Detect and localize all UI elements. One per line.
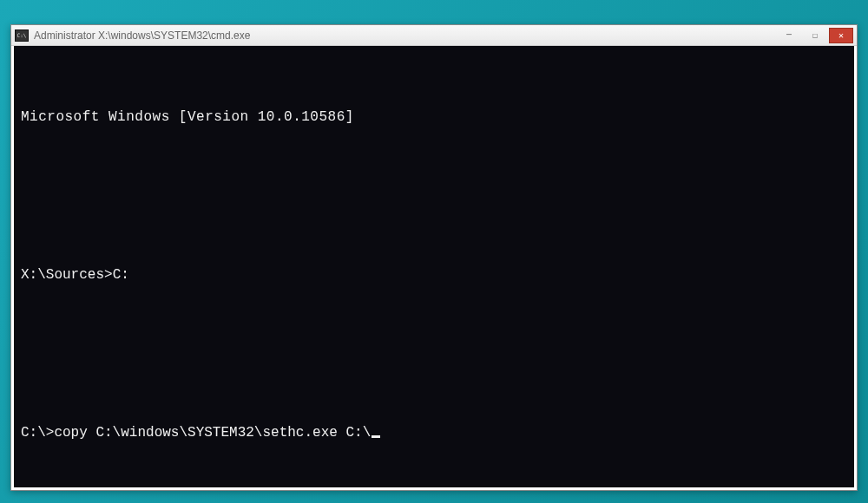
console-blank-line bbox=[21, 341, 847, 367]
console-version-line: Microsoft Windows [Version 10.0.10586] bbox=[21, 104, 847, 130]
console-blank-line bbox=[21, 183, 847, 209]
prompt-command: C: bbox=[113, 262, 129, 288]
minimize-button[interactable]: ─ bbox=[777, 28, 801, 43]
console-prompt-1: X:\Sources>C: bbox=[21, 262, 847, 288]
maximize-button[interactable]: ☐ bbox=[803, 28, 827, 43]
console-body[interactable]: Microsoft Windows [Version 10.0.10586] X… bbox=[14, 46, 854, 487]
titlebar-buttons: ─ ☐ ✕ bbox=[777, 28, 853, 43]
prompt-command: copy C:\windows\SYSTEM32\sethc.exe C:\ bbox=[54, 420, 371, 446]
cmd-window: Administrator X:\windows\SYSTEM32\cmd.ex… bbox=[10, 24, 858, 491]
cursor-icon bbox=[372, 435, 380, 438]
window-title: Administrator X:\windows\SYSTEM32\cmd.ex… bbox=[34, 29, 777, 42]
close-button[interactable]: ✕ bbox=[829, 28, 853, 43]
titlebar[interactable]: Administrator X:\windows\SYSTEM32\cmd.ex… bbox=[11, 25, 857, 46]
prompt-prefix: X:\Sources> bbox=[21, 262, 113, 288]
cmd-icon bbox=[15, 29, 29, 42]
prompt-prefix: C:\> bbox=[21, 420, 54, 446]
console-prompt-2: C:\>copy C:\windows\SYSTEM32\sethc.exe C… bbox=[21, 420, 847, 446]
